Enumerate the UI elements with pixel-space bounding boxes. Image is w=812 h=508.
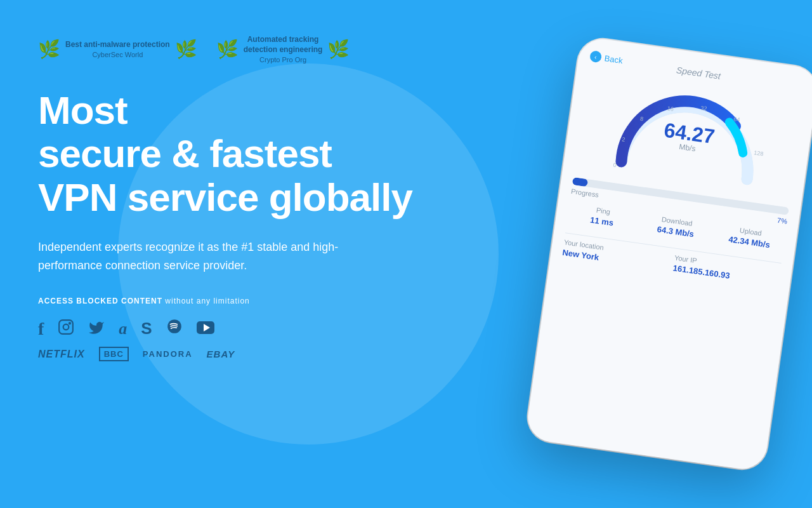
award-org-1: CyberSec World (65, 51, 170, 58)
twitter-icon[interactable] (88, 320, 105, 338)
award-title-2: Automated trackingdetection engineering (244, 35, 323, 55)
award-text-2: Automated trackingdetection engineering … (244, 35, 323, 64)
progress-bar-fill (572, 177, 589, 187)
svg-point-1 (63, 324, 69, 330)
laurel-left-icon-1: 🌿 (38, 41, 60, 58)
access-label: ACCESS BLOCKED CONTENT without any limit… (38, 297, 431, 305)
svg-text:0: 0 (613, 162, 617, 169)
instagram-icon[interactable] (58, 319, 74, 339)
bbc-logo: BBC (99, 347, 129, 361)
stat-upload: Upload 42.34 Mb/s (714, 223, 785, 251)
device-frame: ‹ Back Speed Test (525, 36, 812, 472)
laurel-left-icon-2: 🌿 (216, 41, 239, 58)
skype-icon[interactable]: S (141, 319, 152, 338)
back-arrow-icon: ‹ (589, 50, 602, 63)
brand-logos-row: NETFLIX BBC PANDORA ebay (38, 347, 431, 361)
svg-rect-0 (59, 320, 73, 334)
social-icons-row: f a S (38, 318, 431, 339)
award-text-1: Best anti-malware protection CyberSec Wo… (65, 40, 170, 59)
device-mockup: ‹ Back Speed Test (525, 36, 812, 472)
facebook-icon[interactable]: f (38, 319, 44, 339)
svg-text:32: 32 (700, 105, 707, 112)
svg-point-2 (69, 323, 70, 324)
awards-section: 🌿 Best anti-malware protection CyberSec … (38, 35, 431, 64)
ebay-logo: ebay (207, 349, 235, 359)
stat-download: Download 64.3 Mb/s (641, 213, 712, 241)
laurel-right-icon-2: 🌿 (327, 41, 350, 58)
progress-percent: 7% (776, 217, 787, 225)
svg-text:64: 64 (733, 116, 740, 123)
stat-ping: Ping 11 ms (567, 203, 638, 231)
device-screen: ‹ Back Speed Test (525, 36, 812, 472)
award-item-2: 🌿 Automated trackingdetection engineerin… (216, 35, 350, 64)
ip-item: Your IP 161.185.160.93 (672, 254, 781, 288)
netflix-logo: NETFLIX (38, 349, 85, 360)
speed-gauge: 0 2 8 16 32 64 128 64.27 Mb/s (601, 71, 778, 195)
award-item-1: 🌿 Best anti-malware protection CyberSec … (38, 40, 197, 59)
svg-text:16: 16 (667, 105, 674, 112)
main-headline: Most secure & fastest VPN service global… (38, 89, 431, 219)
subtext: Independent experts recognize it as the … (38, 238, 355, 275)
pandora-logo: PANDORA (143, 349, 193, 359)
progress-label: Progress (570, 187, 599, 199)
left-content: 🌿 Best anti-malware protection CyberSec … (38, 0, 431, 508)
svg-text:128: 128 (754, 149, 764, 157)
back-button[interactable]: ‹ Back (589, 50, 624, 66)
back-label: Back (604, 53, 624, 65)
location-item: Your location New York (562, 238, 671, 272)
laurel-right-icon-1: 🌿 (175, 41, 197, 58)
amazon-icon[interactable]: a (119, 319, 127, 338)
award-title-1: Best anti-malware protection (65, 40, 170, 50)
svg-point-3 (167, 320, 181, 334)
speed-test-title: Speed Test (676, 65, 721, 81)
award-org-2: Crypto Pro Org (244, 56, 323, 64)
spotify-icon[interactable] (166, 318, 183, 339)
youtube-icon[interactable] (197, 319, 214, 338)
